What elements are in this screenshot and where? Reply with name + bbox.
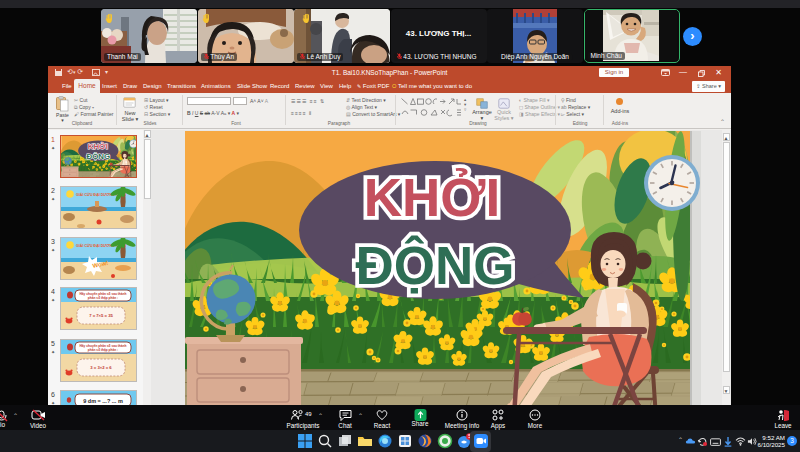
svg-text:7 = 7×5 = 35: 7 = 7×5 = 35 <box>89 313 113 318</box>
svg-text:phân số thập phân :: phân số thập phân : <box>88 348 118 352</box>
svg-text:9 dm = ...? ... m: 9 dm = ...? ... m <box>83 398 123 404</box>
svg-text:phân số thập phân :: phân số thập phân : <box>88 296 118 300</box>
svg-text:49: 49 <box>305 411 312 417</box>
svg-text:ĐỘNG: ĐỘNG <box>356 235 515 295</box>
svg-text:KHỞI: KHỞI <box>364 168 501 227</box>
svg-text:3 = 3×2 = 6: 3 = 3×2 = 6 <box>90 365 112 370</box>
